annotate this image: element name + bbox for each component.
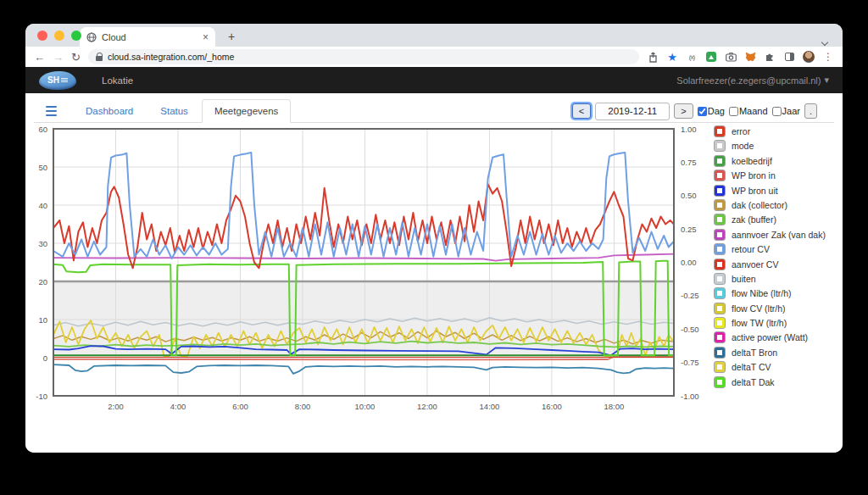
legend-item-label: flow Nibe (ltr/h) xyxy=(732,288,792,298)
legend-item-label: aanvoer CV xyxy=(732,259,778,270)
tab-title: Cloud xyxy=(102,32,198,42)
camera-extension-icon[interactable] xyxy=(725,51,737,63)
legend-item[interactable]: dak (collector) xyxy=(715,200,826,210)
browser-tab-cloud[interactable]: Cloud × xyxy=(80,27,215,47)
chart-legend: error mode koelbedrijf WP bron in WP bro… xyxy=(715,126,826,387)
sidebar-panel-icon[interactable] xyxy=(783,51,795,63)
legend-swatch-icon xyxy=(715,244,725,254)
legend-swatch-icon xyxy=(715,156,725,166)
jaar-checkbox-input[interactable] xyxy=(772,107,782,116)
legend-item[interactable]: deltaT Dak xyxy=(715,377,826,387)
regex-extension-icon[interactable]: (x) xyxy=(686,51,698,63)
svg-text:18:00: 18:00 xyxy=(604,402,625,411)
legend-swatch-icon xyxy=(715,303,725,314)
window-controls[interactable] xyxy=(37,31,81,41)
legend-item[interactable]: zak (buffer) xyxy=(715,214,826,225)
svg-text:30: 30 xyxy=(38,239,47,248)
svg-text:50: 50 xyxy=(38,163,47,172)
jaar-label: Jaar xyxy=(782,106,800,116)
legend-swatch-icon xyxy=(715,332,725,342)
address-bar[interactable]: cloud.sa-integration.com/_home xyxy=(88,49,639,64)
app-logo[interactable]: SH xyxy=(39,71,76,90)
close-tab-icon[interactable]: × xyxy=(203,31,209,43)
legend-item[interactable]: koelbedrijf xyxy=(715,156,826,166)
legend-item[interactable]: WP bron in xyxy=(715,170,826,181)
legend-swatch-icon xyxy=(715,186,725,196)
caret-down-icon: ▾ xyxy=(824,75,829,86)
legend-item[interactable]: retour CV xyxy=(715,244,826,254)
user-menu[interactable]: Solarfreezer(e.zegers@upcmail.nl) ▾ xyxy=(676,75,829,86)
chrome-menu-icon[interactable]: ⋮ xyxy=(822,51,834,63)
svg-text:0.75: 0.75 xyxy=(681,158,697,167)
tab-dashboard[interactable]: Dashboard xyxy=(72,100,147,122)
back-button[interactable]: ← xyxy=(34,52,45,63)
legend-swatch-icon xyxy=(715,377,725,387)
forward-button[interactable]: → xyxy=(53,52,64,63)
legend-swatch-icon xyxy=(715,214,725,225)
svg-text:0: 0 xyxy=(43,353,47,363)
legend-item-label: active power (Watt) xyxy=(732,332,808,342)
toolbar-icons: ★ (x) ⋮ xyxy=(647,51,834,63)
new-tab-button[interactable]: + xyxy=(224,30,239,43)
svg-text:1.00: 1.00 xyxy=(681,125,697,134)
dag-checkbox-input[interactable] xyxy=(698,107,707,116)
legend-item[interactable]: flow CV (ltr/h) xyxy=(715,303,826,314)
legend-swatch-icon xyxy=(715,230,725,240)
legend-item[interactable]: deltaT CV xyxy=(715,362,826,372)
tab-meetgegevens[interactable]: Meetgegevens xyxy=(202,99,291,123)
legend-item-label: flow CV (ltr/h) xyxy=(732,303,786,314)
legend-item-label: retour CV xyxy=(732,244,770,254)
legend-item[interactable]: buiten xyxy=(715,274,826,284)
legend-item-label: WP bron in xyxy=(732,170,776,181)
extensions-puzzle-icon[interactable] xyxy=(764,51,776,63)
dot-button[interactable]: . xyxy=(804,103,817,119)
legend-item-label: dak (collector) xyxy=(732,200,787,210)
nav-item-lokatie[interactable]: Lokatie xyxy=(102,75,133,86)
page-content: Dashboard Status Meetgegevens < > Dag Ma… xyxy=(25,93,843,453)
app-navbar: SH Lokatie Solarfreezer(e.zegers@upcmail… xyxy=(25,67,843,93)
list-menu-icon[interactable] xyxy=(46,106,57,117)
close-window-icon[interactable] xyxy=(37,31,47,41)
green-extension-icon[interactable] xyxy=(705,51,717,63)
share-icon[interactable] xyxy=(647,51,659,63)
chart-canvas: 6050403020100-101.000.750.500.250.00-0.2… xyxy=(34,124,712,417)
legend-item[interactable]: error xyxy=(715,126,826,136)
minimize-window-icon[interactable] xyxy=(54,31,64,41)
svg-text:-0.50: -0.50 xyxy=(681,325,699,334)
maand-checkbox-input[interactable] xyxy=(729,107,738,116)
next-day-button[interactable]: > xyxy=(674,103,693,119)
tab-search-chevron-icon[interactable] xyxy=(822,33,829,40)
bookmark-star-icon[interactable]: ★ xyxy=(666,51,678,63)
svg-text:16:00: 16:00 xyxy=(542,402,562,411)
legend-item-label: deltaT Dak xyxy=(732,377,775,387)
profile-avatar[interactable] xyxy=(803,51,815,63)
legend-item-label: WP bron uit xyxy=(732,186,778,196)
legend-item[interactable]: mode xyxy=(715,141,826,151)
prev-day-button[interactable]: < xyxy=(572,103,591,119)
legend-item-label: aannvoer Zak (van dak) xyxy=(732,230,826,240)
legend-item-label: buiten xyxy=(732,274,756,284)
legend-item[interactable]: active power (Watt) xyxy=(715,332,826,342)
lock-icon xyxy=(96,53,103,61)
checkbox-maand[interactable]: Maand xyxy=(729,106,768,116)
legend-item-label: mode xyxy=(732,141,754,151)
legend-item[interactable]: aanvoer CV xyxy=(715,259,826,270)
legend-item[interactable]: flow TW (ltr/h) xyxy=(715,318,826,328)
user-name: Solarfreezer(e.zegers@upcmail.nl) xyxy=(676,75,821,86)
svg-text:-1.00: -1.00 xyxy=(681,392,699,401)
svg-text:0.00: 0.00 xyxy=(681,258,697,267)
legend-item[interactable]: aannvoer Zak (van dak) xyxy=(715,230,826,240)
legend-item[interactable]: deltaT Bron xyxy=(715,348,826,358)
legend-item[interactable]: WP bron uit xyxy=(715,186,826,196)
fullscreen-window-icon[interactable] xyxy=(71,31,81,41)
dag-label: Dag xyxy=(708,106,725,116)
date-controls: < > Dag Maand Jaar . xyxy=(572,100,817,122)
metamask-fox-icon[interactable] xyxy=(744,51,756,63)
reload-button[interactable]: ↻ xyxy=(71,52,81,63)
date-input[interactable] xyxy=(595,103,670,120)
legend-item[interactable]: flow Nibe (ltr/h) xyxy=(715,288,826,298)
tab-status[interactable]: Status xyxy=(147,100,202,122)
checkbox-dag[interactable]: Dag xyxy=(698,106,725,116)
legend-item-label: deltaT Bron xyxy=(732,348,777,358)
checkbox-jaar[interactable]: Jaar xyxy=(772,106,800,116)
